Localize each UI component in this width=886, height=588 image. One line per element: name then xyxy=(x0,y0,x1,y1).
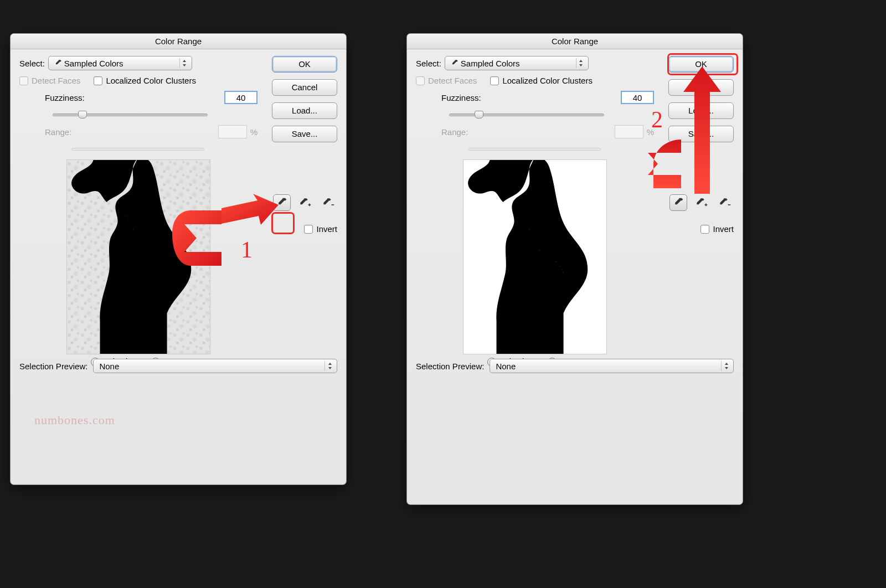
selection-preview-dropdown[interactable]: None xyxy=(93,359,337,373)
range-input xyxy=(615,125,643,138)
save-button[interactable]: Save... xyxy=(668,126,734,142)
cancel-button[interactable]: Cancel xyxy=(272,79,337,96)
color-range-dialog: Color Range Select: Sampled Colors Detec… xyxy=(10,33,347,485)
range-unit: % xyxy=(647,127,654,137)
chevron-updown-icon xyxy=(576,58,586,68)
selection-preview-label: Selection Preview: xyxy=(19,362,87,371)
range-slider xyxy=(468,144,601,154)
fuzziness-label: Fuzziness: xyxy=(45,93,85,102)
select-label: Select: xyxy=(416,59,441,68)
range-label: Range: xyxy=(441,127,468,137)
ok-button[interactable]: OK xyxy=(272,56,337,73)
detect-faces-checkbox[interactable] xyxy=(416,76,425,85)
selection-preview-value: None xyxy=(496,362,516,371)
eyedropper-subtract-tool[interactable] xyxy=(716,194,734,211)
eyedropper-tool[interactable] xyxy=(273,194,291,211)
chevron-updown-icon xyxy=(721,361,731,371)
localized-clusters-label: Localized Color Clusters xyxy=(106,76,196,85)
eyedropper-icon xyxy=(54,59,62,67)
invert-label: Invert xyxy=(316,224,337,234)
preview-image xyxy=(463,159,607,354)
fuzziness-slider[interactable] xyxy=(449,110,604,120)
selection-preview-value: None xyxy=(99,362,119,371)
range-unit: % xyxy=(250,127,257,137)
fuzziness-slider[interactable] xyxy=(53,110,208,120)
dialog-title: Color Range xyxy=(11,34,346,49)
chevron-updown-icon xyxy=(324,361,334,371)
localized-clusters-checkbox[interactable] xyxy=(94,76,102,85)
localized-clusters-label: Localized Color Clusters xyxy=(502,76,593,85)
select-value: Sampled Colors xyxy=(461,59,520,68)
preview-image xyxy=(66,159,210,354)
range-slider xyxy=(71,144,204,154)
eyedropper-subtract-tool[interactable] xyxy=(320,194,337,211)
select-label: Select: xyxy=(19,59,45,68)
eyedropper-tool[interactable] xyxy=(669,194,687,211)
cancel-button[interactable]: Cancel xyxy=(668,79,734,96)
ok-button[interactable]: OK xyxy=(668,56,734,73)
eyedropper-add-tool[interactable] xyxy=(296,194,314,211)
invert-checkbox[interactable] xyxy=(700,225,709,234)
localized-clusters-checkbox[interactable] xyxy=(490,76,499,85)
fuzziness-input[interactable] xyxy=(224,91,257,104)
select-dropdown[interactable]: Sampled Colors xyxy=(48,56,192,70)
load-button[interactable]: Load... xyxy=(272,102,337,119)
load-button[interactable]: Load... xyxy=(668,102,734,119)
range-input xyxy=(218,125,247,138)
selection-preview-dropdown[interactable]: None xyxy=(490,359,734,373)
dialog-title: Color Range xyxy=(407,34,743,49)
eyedropper-icon xyxy=(451,59,459,67)
save-button[interactable]: Save... xyxy=(272,126,337,142)
invert-label: Invert xyxy=(713,224,734,234)
fuzziness-input[interactable] xyxy=(621,91,654,104)
detect-faces-label: Detect Faces xyxy=(32,76,80,85)
fuzziness-label: Fuzziness: xyxy=(441,93,481,102)
select-dropdown[interactable]: Sampled Colors xyxy=(445,56,589,70)
select-value: Sampled Colors xyxy=(64,59,123,68)
svg-rect-9 xyxy=(728,204,731,205)
chevron-updown-icon xyxy=(179,58,189,68)
eyedropper-add-tool[interactable] xyxy=(693,194,710,211)
invert-checkbox[interactable] xyxy=(304,225,313,234)
range-label: Range: xyxy=(45,127,71,137)
color-range-dialog: Color Range Select: Sampled Colors Detec… xyxy=(406,33,743,505)
svg-rect-6 xyxy=(332,204,334,205)
detect-faces-label: Detect Faces xyxy=(428,76,477,85)
detect-faces-checkbox[interactable] xyxy=(19,76,28,85)
selection-preview-label: Selection Preview: xyxy=(416,362,484,371)
